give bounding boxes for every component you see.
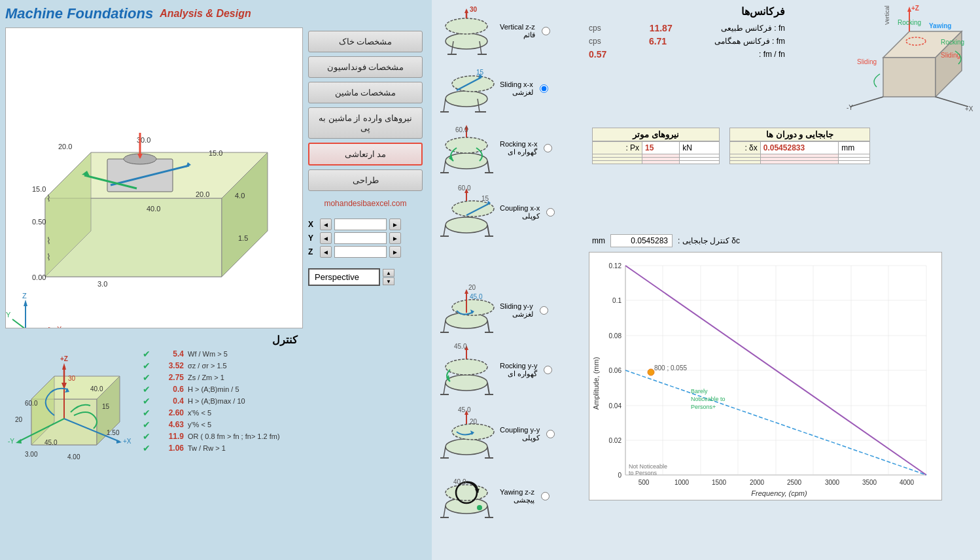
svg-text:Barely: Barely — [691, 388, 708, 394]
svg-line-89 — [444, 99, 446, 112]
3d-box-svg: +Z Vertical Yawing Rocking Rocking Slidi… — [844, 5, 975, 113]
ctrl-formula-5: x'% < 5 — [188, 409, 211, 417]
mode-sliding-yy-radio[interactable] — [540, 306, 548, 315]
soil-button[interactable]: مشخصات خاک — [308, 31, 423, 52]
svg-text:20: 20 — [15, 416, 23, 423]
z-right-btn[interactable]: ► — [389, 246, 401, 258]
svg-text:Z: Z — [22, 292, 27, 300]
machine-button[interactable]: مشخصات ماشین — [308, 82, 423, 103]
ctrl-row-6: ✔ 4.63 y'% < 5 — [143, 419, 427, 430]
forces-button[interactable]: نیروهای وارده از ماشین به پی — [308, 107, 423, 139]
dx-unit: mm — [839, 142, 870, 154]
fm-value: 6.71 — [649, 36, 667, 46]
svg-text:-Y: -Y — [847, 104, 853, 111]
svg-text:3000: 3000 — [825, 479, 840, 486]
svg-text:15: 15 — [102, 403, 110, 410]
d4-value — [760, 161, 838, 164]
svg-text:60.0: 60.0 — [458, 184, 471, 192]
svg-line-141 — [444, 447, 446, 458]
mode-rocking-xx: 60.0 Rocking x-xگهواره ای — [437, 120, 581, 176]
disp-title: جابجایی و دوران ها — [729, 128, 870, 141]
z-axis-row: Z ◄ ► — [308, 246, 423, 258]
mode-yawing-radio[interactable] — [541, 492, 550, 500]
mode-sliding-xx-label: Sliding x-xلغزشی — [500, 80, 533, 97]
forces-title: نیروهای موتر — [592, 128, 720, 141]
svg-text:40.0: 40.0 — [90, 385, 103, 393]
svg-text:45.0: 45.0 — [44, 439, 58, 446]
x-slider[interactable] — [334, 219, 387, 230]
y-right-btn[interactable]: ► — [389, 232, 401, 244]
ctrl-disp-unit: mm — [592, 236, 605, 245]
svg-text:20: 20 — [470, 418, 478, 425]
svg-text:30.0: 30.0 — [137, 136, 150, 144]
z-slider[interactable] — [334, 246, 387, 258]
svg-line-120 — [444, 321, 446, 332]
svg-point-96 — [446, 153, 487, 169]
y-label: Y — [308, 234, 317, 243]
ctrl-formula-4: H > (A;B)max / 10 — [188, 397, 245, 405]
foundation-button[interactable]: مشخصات فونداسیون — [308, 56, 423, 78]
svg-point-139 — [446, 439, 487, 455]
svg-text:45.0: 45.0 — [454, 343, 467, 350]
svg-point-97 — [446, 137, 487, 153]
perspective-down-btn[interactable]: ▼ — [383, 277, 394, 285]
mode-coupling-yy-radio[interactable] — [546, 430, 555, 438]
fm-row: fm : فرکانس همگامی 6.71 cps — [589, 36, 785, 46]
mode-rocking-yy: 45.0 Rocking y-yگهواره ای — [437, 342, 581, 398]
ctrl-val-7: 11.9 — [154, 432, 184, 441]
frequencies-section: فرکانس‌ها fn : فرکانس طبیعی 11.87 cps fm… — [589, 5, 785, 62]
svg-point-87 — [446, 91, 487, 107]
x-left-btn[interactable]: ◄ — [320, 219, 332, 230]
vibration-mode-button[interactable]: مد ارتعاشی — [308, 143, 423, 166]
svg-text:+X: +X — [965, 105, 973, 113]
svg-text:Yawing: Yawing — [929, 22, 951, 29]
check-2: ✔ — [143, 372, 150, 383]
y-left-btn[interactable]: ◄ — [320, 232, 332, 244]
mode-rocking-xx-radio[interactable] — [544, 144, 552, 152]
svg-text:⌇: ⌇ — [46, 236, 51, 246]
perspective-arrows: ▲ ▼ — [383, 269, 394, 285]
design-button[interactable]: طراحی — [308, 169, 423, 191]
ctrl-val-4: 0.4 — [154, 396, 184, 406]
displacement-table: δx : 0.05452833 mm — [729, 141, 870, 164]
svg-text:0.12: 0.12 — [609, 262, 622, 270]
vibration-modes-panel: 30 Vertical z-zقائم — [437, 5, 581, 248]
z-left-btn[interactable]: ◄ — [320, 246, 332, 258]
x-label: X — [308, 220, 317, 229]
mode-sliding-xx-radio[interactable] — [540, 84, 548, 93]
dx-label: δx : — [730, 142, 761, 154]
svg-text:Rocking: Rocking — [941, 39, 964, 46]
ctrl-row-1: ✔ 3.52 σz / σr > 1.5 — [143, 360, 427, 371]
svg-text:Not Noticeable: Not Noticeable — [629, 463, 667, 470]
mode-rocking-yy-radio[interactable] — [544, 366, 552, 374]
ratio-label: fm / fn : — [759, 50, 785, 59]
fm-unit: cps — [589, 37, 601, 46]
y-slider[interactable] — [334, 232, 387, 244]
mode-rocking-xx-label: Rocking x-xگهواره ای — [500, 140, 537, 156]
svg-text:Y: Y — [6, 311, 11, 319]
ctrl-formula-6: y'% < 5 — [188, 421, 211, 429]
svg-text:20.0: 20.0 — [196, 190, 209, 198]
mode-coupling-xx-radio[interactable] — [546, 208, 555, 217]
mode-rocking-yy-svg: 45.0 — [437, 342, 496, 398]
svg-text:15: 15 — [481, 195, 489, 202]
svg-text:3500: 3500 — [862, 479, 877, 486]
svg-marker-44 — [116, 440, 122, 444]
svg-text:Rocking: Rocking — [898, 19, 921, 26]
fn-value: 11.87 — [650, 23, 673, 33]
svg-point-151 — [446, 485, 487, 500]
p4-value — [642, 161, 680, 164]
mode-sliding-svg: 15 — [437, 63, 496, 114]
perspective-up-btn[interactable]: ▲ — [383, 269, 394, 277]
website-link[interactable]: mohandesibaexcel.com — [308, 199, 423, 208]
svg-text:1.50: 1.50 — [107, 429, 120, 436]
ctrl-row-5: ✔ 2.60 x'% < 5 — [143, 408, 427, 418]
mode-coupling-yy-svg: 45.0 20 — [437, 404, 496, 463]
svg-text:45.0: 45.0 — [458, 406, 471, 413]
x-right-btn[interactable]: ► — [389, 219, 401, 230]
px-label: Px : — [593, 142, 642, 154]
mode-vertical-radio[interactable] — [542, 27, 550, 35]
mode-rocking-yy-label: Rocking y-yگهواره ای — [500, 362, 537, 378]
svg-text:800 ; 0.055: 800 ; 0.055 — [654, 364, 687, 372]
svg-point-118 — [446, 313, 487, 328]
